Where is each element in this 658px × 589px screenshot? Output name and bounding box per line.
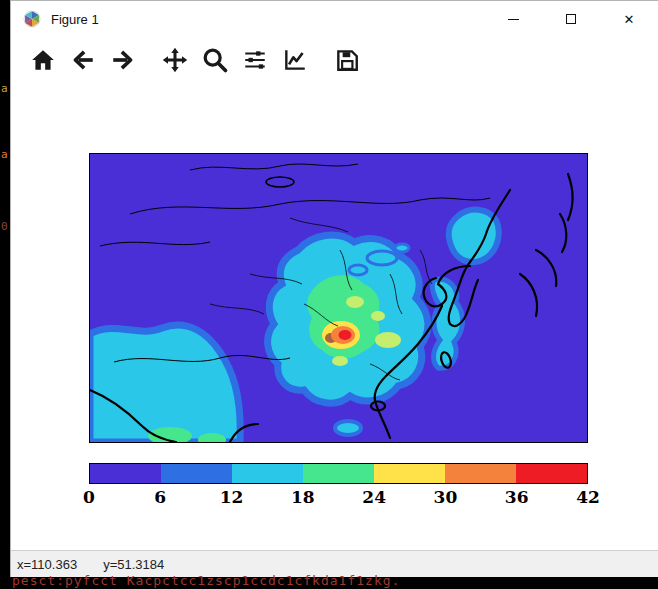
colorbar-ticks: 06121824303642 bbox=[89, 487, 588, 509]
minimize-button[interactable] bbox=[484, 1, 542, 37]
home-button[interactable] bbox=[25, 42, 61, 78]
forward-arrow-icon bbox=[110, 47, 136, 73]
matplotlib-logo-icon bbox=[23, 10, 41, 28]
colorbar-segment bbox=[161, 464, 232, 483]
colorbar-segment bbox=[303, 464, 374, 483]
background-glyph: a bbox=[1, 148, 8, 161]
window-title: Figure 1 bbox=[51, 12, 99, 27]
colorbar-tick-label: 42 bbox=[576, 487, 600, 507]
minimize-icon bbox=[508, 19, 519, 20]
colorbar-segment bbox=[516, 464, 587, 483]
cursor-y-readout: y=51.3184 bbox=[103, 557, 164, 572]
forward-button[interactable] bbox=[105, 42, 141, 78]
colorbar-segment bbox=[232, 464, 303, 483]
zoom-button[interactable] bbox=[197, 42, 233, 78]
figure-toolbar bbox=[11, 37, 658, 83]
titlebar[interactable]: Figure 1 ✕ bbox=[11, 1, 658, 37]
colorbar-tick-label: 18 bbox=[291, 487, 315, 507]
save-button[interactable] bbox=[329, 42, 365, 78]
obscured-terminal-text: pesct:pyfcct Kacpctcc1zscp1ccdc1cfkda1f1… bbox=[12, 573, 652, 589]
customize-plot-button[interactable] bbox=[277, 42, 313, 78]
maximize-icon bbox=[566, 14, 576, 24]
colorbar-tick-label: 0 bbox=[83, 487, 95, 507]
colorbar-tick-label: 30 bbox=[434, 487, 458, 507]
colorbar-tick-label: 6 bbox=[154, 487, 166, 507]
home-icon bbox=[30, 47, 56, 73]
map-axes[interactable] bbox=[89, 153, 588, 443]
window-controls: ✕ bbox=[484, 1, 658, 37]
figure-window: Figure 1 ✕ bbox=[10, 0, 658, 577]
maximize-button[interactable] bbox=[542, 1, 600, 37]
colorbar-segment bbox=[90, 464, 161, 483]
pan-button[interactable] bbox=[157, 42, 193, 78]
colorbar-segment bbox=[445, 464, 516, 483]
background-glyph: a bbox=[1, 82, 8, 95]
configure-subplots-button[interactable] bbox=[237, 42, 273, 78]
colorbar-tick-label: 24 bbox=[362, 487, 386, 507]
colorbar-tick-label: 12 bbox=[220, 487, 244, 507]
background-edge-strip: aa0 bbox=[0, 0, 10, 589]
line-chart-icon bbox=[282, 47, 308, 73]
figure-canvas[interactable]: 06121824303642 bbox=[11, 83, 658, 550]
back-button[interactable] bbox=[65, 42, 101, 78]
colorbar bbox=[89, 463, 588, 484]
contour-map bbox=[90, 154, 587, 442]
colorbar-tick-label: 36 bbox=[505, 487, 529, 507]
sliders-icon bbox=[242, 47, 268, 73]
colorbar-segment bbox=[374, 464, 445, 483]
pan-move-icon bbox=[161, 46, 189, 74]
cursor-x-readout: x=110.363 bbox=[17, 557, 77, 572]
close-button[interactable]: ✕ bbox=[600, 1, 658, 37]
back-arrow-icon bbox=[70, 47, 96, 73]
save-floppy-icon bbox=[334, 47, 360, 73]
magnifier-icon bbox=[201, 46, 229, 74]
background-glyph: 0 bbox=[1, 220, 8, 233]
